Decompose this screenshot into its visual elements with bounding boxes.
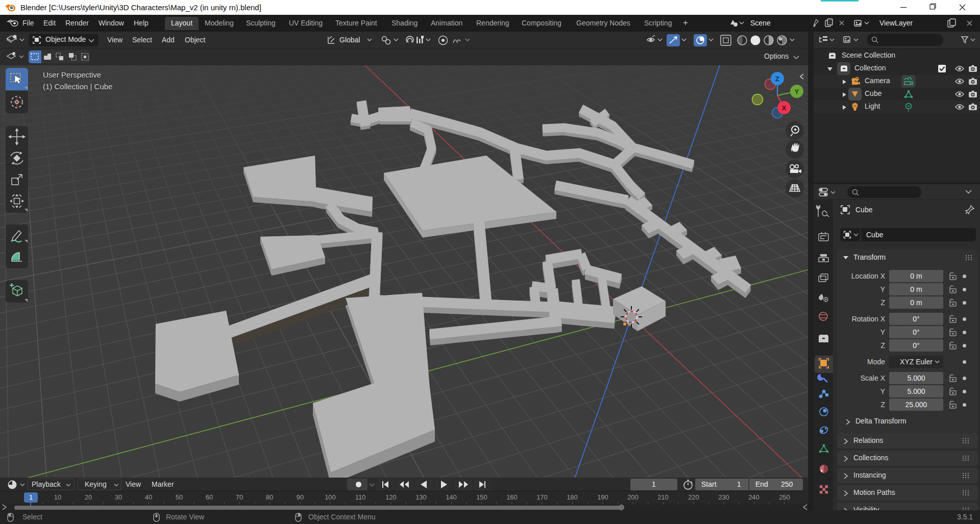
svg-text:Y: Y: [795, 88, 799, 95]
svg-text:Z: Z: [775, 75, 779, 83]
svg-text:X: X: [782, 104, 787, 112]
svg-text:Global: Global: [339, 36, 360, 44]
